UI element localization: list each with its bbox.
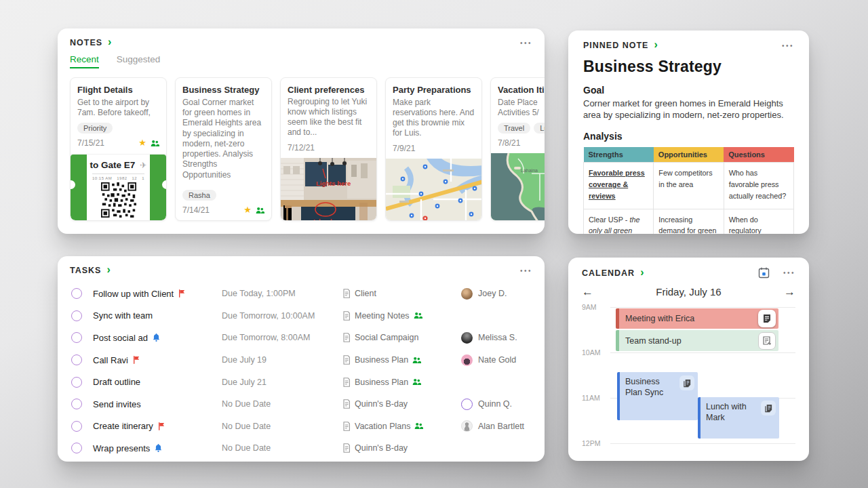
chevron-right-icon[interactable]: › <box>106 266 110 273</box>
pass-time: 10:15 AM <box>92 176 112 180</box>
table-row: Favorable press coverage & reviews Few c… <box>584 163 794 209</box>
more-menu-icon[interactable]: ••• <box>782 42 794 49</box>
chevron-right-icon[interactable]: › <box>108 39 111 45</box>
map-place-label: Lahaina <box>521 168 538 173</box>
kitchen-photo: Lights here Island <box>281 158 376 220</box>
shared-people-icon <box>256 207 264 214</box>
note-card-client-preferences[interactable]: Client preferences Regrouping to let Yuk… <box>280 77 377 221</box>
table-header-questions: Questions <box>724 147 793 163</box>
tag-pill[interactable]: Travel <box>498 123 530 134</box>
table-cell: Increasing demand for green homes <box>654 209 724 234</box>
chevron-right-icon[interactable]: › <box>640 269 644 276</box>
assignee-name: Quinn Q. <box>478 399 512 409</box>
note-date: 7/8/21 <box>498 138 520 148</box>
goal-heading: Goal <box>583 85 794 96</box>
note-icon <box>762 314 772 323</box>
note-link-icon <box>342 289 351 298</box>
task-due: Due Tomorrow, 8:00AM <box>222 333 342 342</box>
chevron-right-icon[interactable]: › <box>654 41 657 48</box>
note-title: Party Preparations <box>393 85 475 95</box>
pass-group: 1 <box>142 176 144 180</box>
table-cell: Favorable press coverage & reviews <box>589 169 645 199</box>
task-checkbox[interactable] <box>71 399 82 409</box>
task-note-link: Vacation Plans <box>355 422 410 431</box>
flag-icon <box>158 422 165 430</box>
event-meeting-with-erica[interactable]: Meeting with Erica <box>616 308 778 329</box>
assignee-name: Alan Bartlett <box>478 422 524 431</box>
previous-day-arrow[interactable]: ← <box>582 287 593 298</box>
tab-suggested[interactable]: Suggested <box>117 54 161 68</box>
table-cell: When do regulatory changes take effect? <box>724 209 793 234</box>
linked-notes-button[interactable] <box>761 401 776 415</box>
task-checkbox[interactable] <box>71 332 82 343</box>
time-label: 9AM <box>582 303 597 311</box>
note-link-icon <box>342 443 351 453</box>
task-note-link: Quinn's B-day <box>355 399 408 409</box>
task-due: No Due Date <box>222 443 342 453</box>
calendar-date-label: Friday, July 16 <box>593 286 784 298</box>
table-header-opportunities: Opportunities <box>654 147 724 163</box>
event-lunch-with-mark[interactable]: Lunch with Mark <box>698 397 779 439</box>
goal-text: Corner market for green homes in Emerald… <box>583 98 794 121</box>
analysis-table: Strengths Opportunities Questions Favora… <box>583 147 794 234</box>
task-note-link: Business Plan <box>355 378 408 387</box>
task-due: Due July 19 <box>222 355 342 365</box>
pass-seat: 12 <box>132 176 138 180</box>
time-label: 12PM <box>582 439 600 447</box>
analysis-heading: Analysis <box>583 131 794 142</box>
task-row: Draft outline Due July 21 Business Plan <box>70 371 532 393</box>
pinned-note-title[interactable]: Business Strategy <box>583 58 794 76</box>
table-cell: Clear USP - the only all green realtor <box>584 209 654 234</box>
add-note-button[interactable] <box>758 332 776 350</box>
coast-map-image: Lahaina <box>491 153 545 220</box>
more-menu-icon[interactable]: ••• <box>520 267 532 274</box>
star-icon: ★ <box>138 139 146 147</box>
gate-text: to Gate E7 <box>90 160 136 170</box>
calendar-widget: CALENDAR › ••• ← Friday, July 16 → 9AM 1… <box>568 258 809 461</box>
more-menu-icon[interactable]: ••• <box>520 39 532 47</box>
calendar-day-grid: 9AM 10AM 11AM 12PM Meeting with Erica Te… <box>582 302 795 459</box>
event-team-stand-up[interactable]: Team stand-up <box>616 330 778 351</box>
task-checkbox[interactable] <box>71 443 82 453</box>
note-card-vacation-itinerary[interactable]: Vacation Itinerary Date Place Activities… <box>490 77 545 221</box>
calendar-today-icon[interactable] <box>758 267 770 279</box>
notes-tabs: Recent Suggested <box>70 54 532 68</box>
shared-people-icon <box>414 312 422 319</box>
calendar-widget-title: CALENDAR <box>582 268 635 278</box>
note-snippet: Date Place Activities 5/ <box>498 98 545 118</box>
note-card-business-strategy[interactable]: Business Strategy Goal Corner market for… <box>175 77 272 221</box>
task-checkbox[interactable] <box>71 377 82 388</box>
task-checkbox[interactable] <box>71 310 82 321</box>
next-day-arrow[interactable]: → <box>784 287 795 298</box>
linked-notes-button[interactable] <box>679 375 694 390</box>
avatar <box>461 332 473 344</box>
tasks-widget-title: TASKS <box>70 266 101 275</box>
time-label: 10AM <box>582 348 600 357</box>
tag-pill[interactable]: Luis <box>534 123 545 134</box>
tab-recent[interactable]: Recent <box>70 54 99 68</box>
task-title: Draft outline <box>93 377 140 387</box>
note-link-icon <box>342 355 351 365</box>
task-row: Follow up with Client Due Today, 1:00PM … <box>70 283 532 305</box>
task-checkbox[interactable] <box>71 421 82 432</box>
task-checkbox[interactable] <box>71 354 82 365</box>
note-card-party-preparations[interactable]: Party Preparations Make park reservation… <box>385 77 482 221</box>
task-due: No Due Date <box>222 422 342 431</box>
tag-pill[interactable]: Rasha <box>182 190 216 201</box>
open-note-button[interactable] <box>758 310 776 327</box>
tag-pill[interactable]: Priority <box>77 123 113 134</box>
note-snippet: Goal Corner market for green homes in Em… <box>182 98 264 180</box>
note-link-icon <box>342 311 351 321</box>
shared-people-icon <box>151 140 159 147</box>
task-checkbox[interactable] <box>71 288 82 299</box>
note-card-flight-details[interactable]: Flight Details Get to the airport by 7am… <box>70 77 167 221</box>
task-row: Call Ravi Due July 19 Business Plan Nate… <box>70 349 532 371</box>
assignee-name: Nate Gold <box>478 355 516 365</box>
table-cell: Who has favorable press actually reached… <box>724 163 793 209</box>
more-menu-icon[interactable]: ••• <box>783 269 795 277</box>
task-title: Follow up with Client <box>93 289 174 299</box>
note-snippet: Regrouping to let Yuki know which listin… <box>288 97 370 138</box>
avatar <box>461 420 473 432</box>
event-business-plan-sync[interactable]: Business Plan Sync <box>617 372 698 420</box>
map-image <box>386 159 481 220</box>
